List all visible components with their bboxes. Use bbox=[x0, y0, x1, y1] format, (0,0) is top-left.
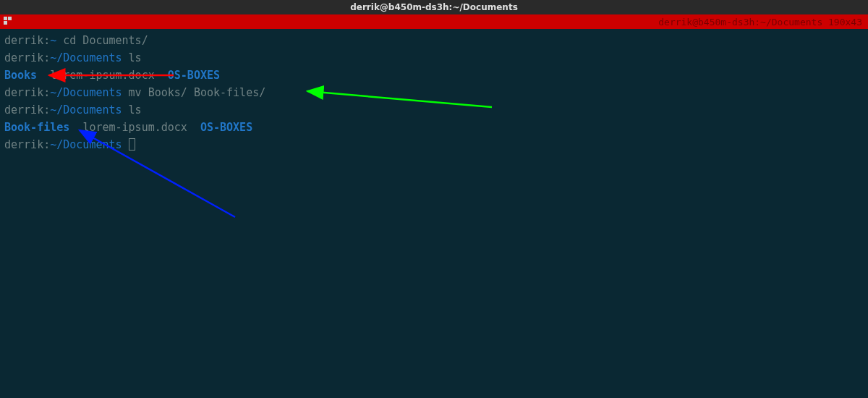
window-titlebar[interactable]: derrik@b450m-ds3h:~/Documents bbox=[0, 0, 868, 14]
terminal-line: derrik:~ cd Documents/ bbox=[4, 32, 864, 49]
taskbar: derrik@b450m-ds3h:~/Documents 190x43 bbox=[0, 14, 868, 29]
prompt-path: ~/Documents bbox=[50, 86, 122, 99]
terminal-line: Book-files lorem-ipsum.docx OS-BOXES bbox=[4, 119, 864, 136]
svg-rect-1 bbox=[8, 17, 12, 20]
prompt-user: derrik bbox=[4, 138, 43, 151]
terminal-line: Books lorem-ipsum.docx OS-BOXES bbox=[4, 67, 864, 84]
prompt-user: derrik bbox=[4, 103, 43, 117]
directory-name: Books bbox=[4, 69, 37, 82]
command-text: ls bbox=[122, 103, 142, 117]
directory-name: OS-BOXES bbox=[168, 69, 220, 82]
terminal-line: derrik:~/Documents ls bbox=[4, 101, 864, 119]
directory-name: Book-files bbox=[4, 121, 69, 134]
file-name: lorem-ipsum.docx bbox=[50, 69, 155, 82]
svg-rect-0 bbox=[4, 17, 7, 20]
taskbar-session-label: derrik@b450m-ds3h:~/Documents 190x43 bbox=[658, 17, 862, 27]
app-menu-icon[interactable] bbox=[3, 16, 13, 26]
command-text: mv Books/ Book-files/ bbox=[122, 86, 266, 99]
terminal-line: derrik:~/Documents bbox=[4, 136, 864, 153]
prompt-path: ~ bbox=[50, 34, 56, 47]
prompt-path: ~/Documents bbox=[50, 138, 122, 151]
window-title: derrik@b450m-ds3h:~/Documents bbox=[350, 2, 518, 12]
prompt-user: derrik bbox=[4, 86, 43, 99]
cursor-icon bbox=[129, 138, 135, 151]
prompt-user: derrik bbox=[4, 34, 43, 47]
prompt-path: ~/Documents bbox=[50, 103, 122, 117]
command-text: cd Documents/ bbox=[56, 34, 148, 47]
svg-rect-2 bbox=[4, 21, 7, 25]
terminal-output[interactable]: derrik:~ cd Documents/ derrik:~/Document… bbox=[0, 29, 868, 156]
file-name: lorem-ipsum.docx bbox=[82, 121, 187, 134]
terminal-line: derrik:~/Documents mv Books/ Book-files/ bbox=[4, 84, 864, 101]
prompt-user: derrik bbox=[4, 51, 43, 64]
command-text: ls bbox=[122, 51, 142, 64]
terminal-line: derrik:~/Documents ls bbox=[4, 49, 864, 67]
directory-name: OS-BOXES bbox=[200, 121, 252, 134]
prompt-path: ~/Documents bbox=[50, 51, 122, 64]
